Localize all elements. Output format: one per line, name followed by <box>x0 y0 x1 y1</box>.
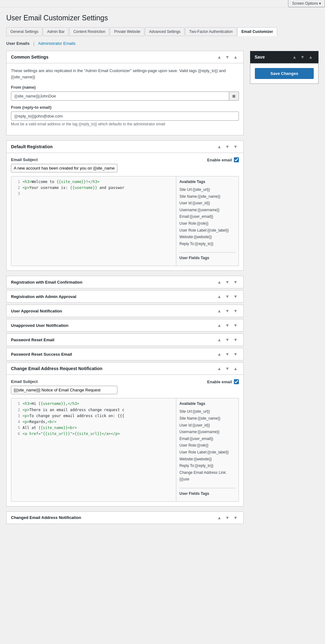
save-down-btn[interactable]: ▼ <box>299 54 306 60</box>
tag-item: Site Name:{{site_name}} <box>179 415 235 422</box>
common-settings-panel: Common Settings ▲ ▼ ▲ These settings are… <box>6 51 244 135</box>
prse-down-btn[interactable]: ▼ <box>224 351 231 357</box>
ce-enable-label: Enable email <box>207 380 232 384</box>
ce-user-fields-section: User Fields Tags <box>179 488 235 496</box>
tab-email-customizer[interactable]: Email Customizer <box>237 27 277 36</box>
password-reset-email-panel: Password Reset Email ▲ ▼ ▼ <box>6 333 244 346</box>
tag-item: User Role:{{role}} <box>179 220 235 227</box>
registration-email-confirmation-panel: Registration with Email Confirmation ▲ ▼… <box>6 276 244 288</box>
from-name-input[interactable] <box>11 92 229 101</box>
from-email-hint: Must be a valid email address or the tag… <box>11 122 239 126</box>
tag-item: Site Url:{{site_url}} <box>179 186 235 193</box>
ce-up-btn[interactable]: ▲ <box>216 366 223 371</box>
password-reset-email-header[interactable]: Password Reset Email ▲ ▼ ▼ <box>7 334 243 346</box>
uan-down-btn[interactable]: ▼ <box>224 308 231 314</box>
ce-toggle-btn[interactable]: ▲ <box>232 366 239 371</box>
common-settings-header[interactable]: Common Settings ▲ ▼ ▲ <box>7 51 243 63</box>
tag-item: Reply To:{{reply_to}} <box>179 241 235 248</box>
uan-up-btn[interactable]: ▲ <box>216 308 223 314</box>
sub-nav-separator: | <box>33 41 34 46</box>
ce-enable-checkbox[interactable] <box>234 379 239 384</box>
tab-admin-bar[interactable]: Admin Bar <box>43 27 69 36</box>
dr-up-btn[interactable]: ▲ <box>216 144 223 149</box>
registration-admin-approval-header[interactable]: Registration with Admin Approval ▲ ▼ ▼ <box>7 291 243 302</box>
changed-email-header[interactable]: Changed Email Address Notification ▲ ▼ ▼ <box>7 512 243 524</box>
ce-subject-input[interactable] <box>11 386 117 394</box>
from-name-row: From (name) ⊞ <box>11 85 239 101</box>
cen-toggle-btn[interactable]: ▼ <box>232 515 239 521</box>
change-email-body: Email Subject Enable email 1 <h3>H <box>7 375 243 506</box>
dr-toggle-btn[interactable]: ▼ <box>232 144 239 149</box>
tag-item: Change Email Address Link:{{{use <box>179 469 235 483</box>
dr-enable-checkbox[interactable] <box>234 157 239 162</box>
user-approval-notification-title: User Approval Notification <box>11 309 62 313</box>
ce-down-btn[interactable]: ▼ <box>224 366 231 371</box>
prse-toggle-btn[interactable]: ▼ <box>232 351 239 357</box>
from-email-input[interactable] <box>11 112 239 121</box>
raa-toggle-btn[interactable]: ▼ <box>232 294 239 299</box>
user-approval-notification-header[interactable]: User Approval Notification ▲ ▼ ▼ <box>7 305 243 317</box>
rec-up-btn[interactable]: ▲ <box>216 279 223 285</box>
tab-private-website[interactable]: Private Website <box>110 27 144 36</box>
panel-up-btn[interactable]: ▲ <box>216 54 223 60</box>
password-reset-success-email-panel: Password Reset Success Email ▲ ▼ ▼ <box>6 348 244 360</box>
save-up-btn[interactable]: ▲ <box>291 54 298 60</box>
screen-options-label: Screen Options <box>292 1 318 6</box>
dr-code-area[interactable]: 1 <h3>Welcome to {{site_name}}!</h3> 2 <… <box>11 176 176 266</box>
pre-down-btn[interactable]: ▼ <box>224 337 231 343</box>
pre-toggle-btn[interactable]: ▼ <box>232 337 239 343</box>
tag-item: Username:{{username}} <box>179 207 235 214</box>
ce-tags-list: Site Url:{{site_url}} Site Name:{{site_n… <box>179 408 235 483</box>
prse-up-btn[interactable]: ▲ <box>216 351 223 357</box>
panel-down-btn[interactable]: ▼ <box>224 54 231 60</box>
registration-admin-approval-panel: Registration with Admin Approval ▲ ▼ ▼ <box>6 290 244 303</box>
raa-down-btn[interactable]: ▼ <box>224 294 231 299</box>
save-toggle-btn[interactable]: ▲ <box>307 54 314 60</box>
dr-enable-group: Enable email <box>207 157 239 162</box>
ce-code-area[interactable]: 1 <h3>Hi {{username}},</h3> 2 <p>There i… <box>11 398 176 501</box>
password-reset-success-email-header[interactable]: Password Reset Success Email ▲ ▼ ▼ <box>7 348 243 360</box>
tab-content-restriction[interactable]: Content Restriction <box>69 27 109 36</box>
screen-options-button[interactable]: Screen Options <box>288 0 325 7</box>
uun-toggle-btn[interactable]: ▼ <box>232 322 239 328</box>
tag-item: User Role:{{role}} <box>179 442 235 449</box>
cen-down-btn[interactable]: ▼ <box>224 515 231 521</box>
tag-item: User Role Label:{{role_label}} <box>179 227 235 234</box>
save-panel-header[interactable]: Save ▲ ▼ ▲ <box>250 51 318 63</box>
registration-email-confirmation-header[interactable]: Registration with Email Confirmation ▲ ▼… <box>7 276 243 288</box>
changed-email-title: Changed Email Address Notification <box>11 515 81 520</box>
from-email-label: From (reply-to email) <box>11 105 239 110</box>
default-registration-title: Default Registration <box>11 144 53 149</box>
ce-user-fields-title: User Fields Tags <box>179 491 235 496</box>
save-changes-button[interactable]: Save Changes <box>255 68 314 79</box>
uun-up-btn[interactable]: ▲ <box>216 322 223 328</box>
tag-item: Email:{{user_email}} <box>179 213 235 220</box>
dr-down-btn[interactable]: ▼ <box>224 144 231 149</box>
sub-nav-administrator-emails[interactable]: Administrator Emails <box>38 41 75 46</box>
tab-advanced-settings[interactable]: Advanced Settings <box>145 27 184 36</box>
tab-two-factor-auth[interactable]: Two-Factor Authentication <box>185 27 237 36</box>
sub-nav-user-emails[interactable]: User Emails <box>6 41 29 46</box>
pre-up-btn[interactable]: ▲ <box>216 337 223 343</box>
uan-toggle-btn[interactable]: ▼ <box>232 308 239 314</box>
uun-down-btn[interactable]: ▼ <box>224 322 231 328</box>
change-email-panel: Change Email Address Request Notificatio… <box>6 362 244 506</box>
from-name-input-btn[interactable]: ⊞ <box>229 92 239 101</box>
tag-item: Site Name:{{site_name}} <box>179 193 235 200</box>
from-name-label: From (name) <box>11 85 239 90</box>
default-registration-body: Email Subject Enable email 1 <h3>W <box>7 153 243 270</box>
rec-toggle-btn[interactable]: ▼ <box>232 279 239 285</box>
ce-available-tags-title: Available Tags <box>179 401 235 406</box>
tab-general-settings[interactable]: General Settings <box>6 27 42 36</box>
save-panel: Save ▲ ▼ ▲ Save Changes <box>250 51 319 84</box>
dr-subject-input[interactable] <box>11 164 117 172</box>
registration-email-confirmation-title: Registration with Email Confirmation <box>11 280 82 285</box>
rec-down-btn[interactable]: ▼ <box>224 279 231 285</box>
raa-up-btn[interactable]: ▲ <box>216 294 223 299</box>
change-email-header[interactable]: Change Email Address Request Notificatio… <box>7 363 243 375</box>
password-reset-success-email-title: Password Reset Success Email <box>11 352 72 357</box>
unapproved-user-notification-header[interactable]: Unapproved User Notification ▲ ▼ ▼ <box>7 319 243 331</box>
panel-toggle-btn[interactable]: ▲ <box>232 54 239 60</box>
cen-up-btn[interactable]: ▲ <box>216 515 223 521</box>
default-registration-header[interactable]: Default Registration ▲ ▼ ▼ <box>7 141 243 153</box>
